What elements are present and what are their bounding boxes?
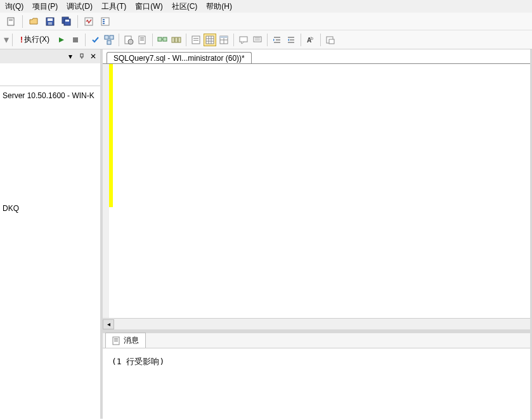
separator: [320, 34, 321, 46]
separator: [85, 34, 86, 46]
menu-project[interactable]: 项目(P): [32, 1, 58, 12]
results-panel: 消息 (1 行受影响): [103, 333, 532, 419]
menu-bar: 询(Q) 项目(P) 调试(D) 工具(T) 窗口(W) 社区(C) 帮助(H): [0, 0, 532, 13]
open-button[interactable]: [26, 15, 41, 29]
pin-icon[interactable]: [77, 52, 86, 61]
execute-exclaim-icon: !: [20, 35, 23, 44]
code-area[interactable]: delete FROM OPENQUERY([HIS], 'SELECT * F…: [113, 64, 532, 318]
svg-rect-0: [8, 18, 14, 25]
separator: [186, 34, 186, 46]
sidebar-tree[interactable]: Server 10.50.1600 - WIN-K DKQ: [0, 86, 100, 218]
svg-rect-11: [103, 19, 105, 20]
separator: [233, 34, 234, 46]
svg-rect-16: [110, 35, 114, 39]
svg-rect-42: [240, 37, 247, 42]
svg-rect-17: [107, 41, 111, 44]
svg-rect-9: [85, 18, 93, 25]
server-node[interactable]: Server 10.50.1600 - WIN-K: [3, 90, 98, 101]
menu-window[interactable]: 窗口(W): [135, 1, 162, 12]
svg-rect-61: [114, 341, 118, 341]
svg-rect-29: [178, 37, 181, 42]
menu-debug[interactable]: 调试(D): [67, 1, 93, 12]
sidebar-toolbar-blank: [0, 63, 100, 86]
separator: [77, 15, 78, 28]
svg-rect-5: [48, 22, 52, 25]
activity-button[interactable]: [81, 15, 96, 29]
estimated-plan-button[interactable]: [103, 34, 115, 46]
outdent-button[interactable]: [285, 34, 297, 46]
menu-query[interactable]: 询(Q): [5, 1, 23, 12]
svg-rect-55: [329, 39, 334, 44]
messages-tab[interactable]: 消息: [105, 333, 146, 348]
results-grid-button[interactable]: [204, 34, 216, 46]
save-all-button[interactable]: [59, 15, 74, 29]
close-icon[interactable]: ✕: [89, 52, 98, 61]
stop-button[interactable]: [69, 34, 82, 46]
results-text-button[interactable]: [190, 34, 202, 46]
execute-button[interactable]: ! 执行(X): [16, 33, 54, 47]
indent-button[interactable]: [271, 34, 283, 46]
editor-tab[interactable]: SQLQuery7.sql - WI...ministrator (60))*: [107, 52, 252, 64]
svg-rect-59: [114, 338, 118, 339]
svg-rect-12: [103, 21, 105, 22]
code-editor[interactable]: delete FROM OPENQUERY([HIS], 'SELECT * F…: [103, 63, 532, 318]
sql-toolbar: ▾ ! 执行(X): [0, 30, 532, 49]
menu-tools[interactable]: 工具(T): [101, 1, 126, 12]
messages-output[interactable]: (1 行受影响): [103, 348, 532, 419]
menu-help[interactable]: 帮助(H): [206, 1, 232, 12]
svg-rect-28: [175, 37, 178, 42]
new-query-button[interactable]: [4, 15, 19, 29]
separator: [301, 34, 301, 46]
svg-rect-23: [140, 40, 144, 41]
svg-rect-4: [48, 18, 53, 21]
svg-rect-15: [105, 35, 108, 39]
rows-affected-message: (1 行受影响): [112, 357, 164, 366]
uncomment-button[interactable]: [251, 34, 264, 46]
svg-rect-10: [101, 18, 109, 25]
properties-button[interactable]: [98, 15, 113, 29]
menu-community[interactable]: 社区(C): [172, 1, 198, 12]
query-options-button[interactable]: [122, 34, 135, 46]
editor-panel: SQLQuery7.sql - WI...ministrator (60))* …: [103, 49, 532, 419]
specify-values-button[interactable]: Ab: [304, 34, 317, 46]
svg-rect-22: [140, 39, 144, 39]
svg-rect-39: [220, 36, 228, 38]
main-area: ▾ ✕ Server 10.50.1600 - WIN-K DKQ SQLQue…: [0, 49, 532, 419]
separator: [119, 34, 119, 46]
results-file-button[interactable]: [217, 34, 230, 46]
svg-rect-32: [193, 40, 198, 41]
results-tabbar: 消息: [103, 333, 532, 348]
svg-rect-27: [172, 37, 174, 42]
dropdown-arrow-icon[interactable]: ▾: [4, 34, 9, 46]
scroll-left-button[interactable]: ◂: [103, 319, 114, 329]
parse-button[interactable]: [89, 34, 101, 46]
dropdown-icon[interactable]: ▾: [66, 52, 75, 61]
intellisense-button[interactable]: [136, 34, 149, 46]
editor-hscrollbar[interactable]: ◂: [103, 318, 532, 329]
svg-rect-56: [81, 54, 83, 57]
include-plan-button[interactable]: [156, 34, 169, 46]
svg-rect-60: [114, 340, 118, 340]
tree-node[interactable]: DKQ: [3, 203, 98, 214]
svg-text:b: b: [311, 36, 313, 41]
svg-rect-33: [206, 36, 214, 44]
svg-rect-8: [65, 20, 69, 22]
comment-button[interactable]: [237, 34, 250, 46]
save-button[interactable]: [42, 15, 58, 29]
messages-tab-label: 消息: [124, 335, 139, 346]
svg-rect-2: [9, 20, 13, 21]
execute-label: 执行(X): [24, 34, 49, 45]
separator: [267, 34, 268, 46]
sidebar-header: ▾ ✕: [0, 49, 100, 63]
messages-icon: [112, 336, 121, 345]
include-stats-button[interactable]: [170, 34, 183, 46]
svg-rect-25: [163, 37, 167, 41]
separator: [12, 34, 13, 46]
svg-rect-14: [73, 37, 78, 42]
template-button[interactable]: [324, 34, 337, 46]
svg-rect-21: [140, 37, 144, 38]
debug-button[interactable]: [55, 34, 68, 46]
svg-rect-43: [254, 37, 261, 42]
object-explorer: ▾ ✕ Server 10.50.1600 - WIN-K DKQ: [0, 49, 103, 419]
separator: [22, 15, 23, 28]
